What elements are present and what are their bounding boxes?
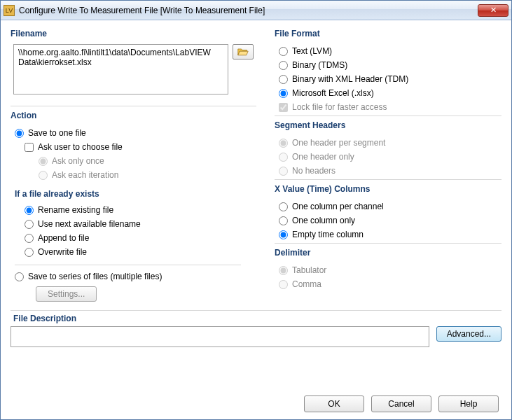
radio-xcol-perch-label: One column per channel <box>292 202 384 211</box>
filename-label: Filename <box>11 29 256 38</box>
radio-overwrite[interactable]: Overwrite file <box>11 245 256 259</box>
radio-seg-one-input <box>279 153 288 162</box>
radio-format-xlsx-input[interactable] <box>279 89 288 98</box>
radio-delim-tab-label: Tabulator <box>292 265 326 275</box>
check-lock-file-input <box>279 103 288 112</box>
radio-seg-one: One header only <box>275 150 501 164</box>
radio-ask-each-input <box>39 171 48 180</box>
segment-headers-label: Segment Headers <box>275 120 501 130</box>
radio-ask-once: Ask only once <box>11 154 256 168</box>
close-button[interactable]: ✕ <box>478 4 508 17</box>
check-lock-file: Lock file for faster access <box>275 100 501 114</box>
radio-rename-existing-label: Rename existing file <box>38 205 113 215</box>
radio-append-input[interactable] <box>25 234 34 243</box>
radio-xcol-perch-input[interactable] <box>279 202 288 211</box>
radio-format-xlsx[interactable]: Microsoft Excel (.xlsx) <box>275 86 501 100</box>
radio-format-lvm-input[interactable] <box>279 47 288 56</box>
radio-save-one-file[interactable]: Save to one file <box>11 126 256 140</box>
radio-ask-each: Ask each iteration <box>11 168 256 182</box>
radio-xcol-one[interactable]: One column only <box>275 214 501 227</box>
radio-ask-once-input <box>39 157 48 166</box>
radio-seg-none-label: No headers <box>292 166 335 176</box>
ok-button[interactable]: OK <box>304 396 364 412</box>
radio-xcol-empty-input[interactable] <box>279 230 288 239</box>
dialog-window: LV Configure Write To Measurement File [… <box>0 0 512 420</box>
advanced-button[interactable]: Advanced... <box>436 326 501 342</box>
radio-format-tdms-label: Binary (TDMS) <box>292 60 347 70</box>
radio-next-filename[interactable]: Use next available filename <box>11 217 256 231</box>
browse-button[interactable] <box>233 44 254 59</box>
radio-xcol-one-label: One column only <box>292 216 355 225</box>
radio-seg-per-input <box>279 139 288 148</box>
radio-overwrite-label: Overwrite file <box>38 247 87 257</box>
radio-save-series-label: Save to series of files (multiple files) <box>28 272 162 281</box>
radio-rename-existing[interactable]: Rename existing file <box>11 203 256 217</box>
radio-format-tdms-input[interactable] <box>279 61 288 70</box>
app-icon: LV <box>4 5 15 16</box>
file-description-input[interactable] <box>11 326 429 347</box>
radio-save-one-file-label: Save to one file <box>28 128 86 138</box>
settings-button: Settings... <box>36 286 97 302</box>
help-button[interactable]: Help <box>438 396 499 412</box>
radio-format-tdm-label: Binary with XML Header (TDM) <box>292 74 408 84</box>
radio-seg-one-label: One header only <box>292 152 354 162</box>
radio-delim-comma: Comma <box>275 277 501 291</box>
radio-xcol-empty[interactable]: Empty time column <box>275 227 501 241</box>
radio-rename-existing-input[interactable] <box>25 206 34 215</box>
action-label: Action <box>11 111 256 120</box>
radio-ask-each-label: Ask each iteration <box>52 170 118 180</box>
xvalue-label: X Value (Time) Columns <box>275 184 501 194</box>
file-description-label: File Description <box>13 314 501 323</box>
radio-ask-once-label: Ask only once <box>52 156 104 166</box>
check-ask-user-input[interactable] <box>25 143 34 152</box>
radio-seg-none: No headers <box>275 164 501 178</box>
radio-seg-per-label: One header per segment <box>292 138 385 148</box>
exists-label: If a file already exists <box>15 189 256 199</box>
dialog-footer: OK Cancel Help <box>304 396 499 412</box>
delimiter-label: Delimiter <box>275 248 501 258</box>
radio-save-series-input[interactable] <box>15 272 24 281</box>
dialog-body: Filename Action Save to one file Ask use… <box>1 20 511 419</box>
radio-seg-per: One header per segment <box>275 136 501 150</box>
radio-delim-comma-input <box>279 280 288 289</box>
filename-input[interactable] <box>13 44 228 94</box>
radio-save-series[interactable]: Save to series of files (multiple files) <box>11 270 256 284</box>
radio-delim-comma-label: Comma <box>292 279 321 289</box>
radio-append-label: Append to file <box>38 233 89 243</box>
radio-save-one-file-input[interactable] <box>15 129 24 138</box>
radio-format-tdm[interactable]: Binary with XML Header (TDM) <box>275 72 501 86</box>
radio-format-tdm-input[interactable] <box>279 75 288 84</box>
titlebar[interactable]: LV Configure Write To Measurement File [… <box>1 1 511 20</box>
radio-append[interactable]: Append to file <box>11 231 256 245</box>
radio-format-tdms[interactable]: Binary (TDMS) <box>275 58 501 72</box>
radio-format-lvm-label: Text (LVM) <box>292 46 332 56</box>
radio-delim-tab-input <box>279 266 288 275</box>
cancel-button[interactable]: Cancel <box>371 396 431 412</box>
file-format-label: File Format <box>275 29 501 38</box>
check-ask-user[interactable]: Ask user to choose file <box>11 140 256 154</box>
radio-xcol-one-input[interactable] <box>279 216 288 225</box>
radio-delim-tab: Tabulator <box>275 263 501 277</box>
folder-open-icon <box>237 47 249 57</box>
radio-next-filename-label: Use next available filename <box>38 219 141 229</box>
radio-overwrite-input[interactable] <box>25 248 34 257</box>
window-title: Configure Write To Measurement File [Wri… <box>19 6 478 15</box>
radio-xcol-perch[interactable]: One column per channel <box>275 200 501 214</box>
radio-next-filename-input[interactable] <box>25 220 34 229</box>
radio-format-lvm[interactable]: Text (LVM) <box>275 44 501 58</box>
radio-xcol-empty-label: Empty time column <box>292 230 364 239</box>
check-lock-file-label: Lock file for faster access <box>292 102 387 112</box>
check-ask-user-label: Ask user to choose file <box>38 142 123 152</box>
radio-format-xlsx-label: Microsoft Excel (.xlsx) <box>292 88 374 98</box>
radio-seg-none-input <box>279 167 288 176</box>
